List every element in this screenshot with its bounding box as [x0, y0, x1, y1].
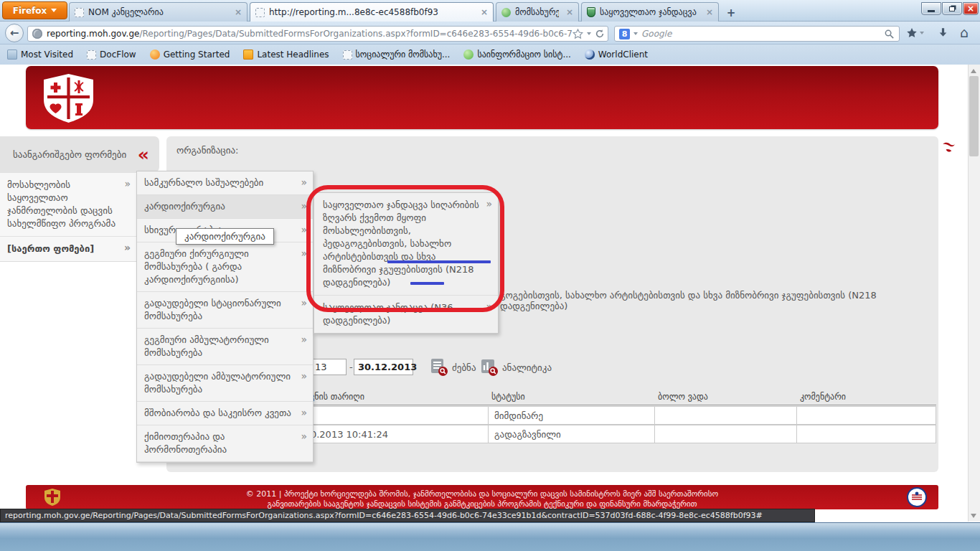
analytics-button-label[interactable]: ანალიტიკა	[502, 362, 552, 373]
bookmark-label: საინფორმაციო სისტ...	[477, 50, 570, 60]
tab-services[interactable]: მომსახურება ×	[496, 2, 579, 22]
tab-title: მომსახურება	[515, 7, 559, 17]
home-button[interactable]: ⌂	[960, 24, 969, 40]
scroll-up-icon[interactable]	[971, 69, 976, 73]
chevron-down-icon	[920, 32, 924, 34]
site-identity-globe-icon[interactable]	[32, 29, 42, 39]
bookmarks-menu-button[interactable]	[906, 27, 924, 39]
date-from-input[interactable]: 13	[311, 359, 347, 375]
window-minimize-button[interactable]	[921, 2, 941, 15]
tab-close-icon[interactable]: ×	[481, 7, 488, 17]
bookmark-most-visited[interactable]: Most Visited	[7, 50, 73, 60]
scroll-down-icon[interactable]	[971, 514, 976, 518]
tab-nom[interactable]: NOM კანცელარია ×	[69, 2, 248, 22]
bookmark-docflow[interactable]: DocFlow	[87, 50, 136, 60]
cell-deadline	[655, 425, 797, 443]
sidebar-item-common-forms[interactable]: [საერთო ფომები]	[0, 236, 136, 261]
cell-status: მიმდინარე	[489, 407, 655, 424]
menu-item-planned-surgery[interactable]: გეგმიური ქირურგიული მომსახურება ( გარდა …	[137, 242, 313, 292]
urlbar-dropdown-icon[interactable]	[587, 32, 591, 35]
address-bar[interactable]: reporting.moh.gov.ge /Reporting/Pages/Da…	[27, 26, 608, 42]
bookmark-info-system[interactable]: საინფორმაციო სისტ...	[463, 50, 570, 60]
menu-item-cardiosurgery[interactable]: კარდიოქირურგია	[137, 195, 313, 219]
sidebar-menu: მოსახლეობის საყოველთაო ჯანმრთელობის დაცვ…	[0, 172, 136, 262]
google-engine-icon[interactable]: 8	[619, 29, 630, 39]
close-icon: ×	[967, 4, 974, 14]
window-restore-button[interactable]	[942, 2, 962, 15]
engine-dropdown-icon[interactable]	[633, 32, 638, 35]
menu-item-medicines[interactable]: სამკურნალო საშუალებები	[137, 171, 313, 195]
tab-healthcare[interactable]: საყოველთაო ჯანდაცვა | საქართვე... ×	[581, 2, 719, 22]
scrollbar-thumb[interactable]	[969, 76, 979, 156]
sidebar-item-program[interactable]: მოსახლეობის საყოველთაო ჯანმრთელობის დაცვ…	[0, 172, 136, 236]
bookmark-label: Most Visited	[21, 50, 73, 60]
bookmark-getting-started[interactable]: Getting Started	[150, 50, 230, 60]
analytics-chart-icon[interactable]	[479, 357, 499, 377]
services-flyout-menu: სამკურნალო საშუალებები კარდიოქირურგია სხ…	[136, 171, 314, 463]
window-close-button[interactable]: ×	[963, 2, 979, 15]
back-button[interactable]: ←	[5, 24, 24, 42]
bookmark-label: სოციალური მომსახუ...	[356, 50, 451, 60]
menu-item-chemotherapy[interactable]: ქიმიოთერაპია და ჰორმონოთერაპია	[137, 425, 313, 462]
menu-item-childbirth[interactable]: მშობიარობა და საკეისრო კვეთა	[137, 402, 313, 425]
url-path: /Reporting/Pages/Data/SubmittedFormsForO…	[139, 29, 573, 39]
minimize-icon	[928, 10, 935, 12]
search-doc-icon[interactable]	[429, 357, 448, 377]
bookmark-star-icon[interactable]	[573, 29, 583, 39]
download-arrow-icon	[937, 27, 949, 39]
menu-item-emergency-inpatient[interactable]: გადაუდებელი სტაციონარული მომსახურება	[137, 292, 313, 329]
firefox-icon	[150, 50, 160, 60]
firefox-menu-label: Firefox	[13, 6, 47, 16]
cell-comment	[797, 425, 936, 443]
search-button-label[interactable]: ძებნა	[452, 362, 476, 373]
shield-favicon-icon	[587, 7, 595, 17]
bookmark-latest-headlines[interactable]: Latest Headlines	[243, 50, 329, 60]
tab-close-icon[interactable]: ×	[235, 7, 242, 17]
bookmark-worldclient[interactable]: WorldClient	[585, 50, 648, 60]
tab-title: http://reporting.m...8e8c-ec4588fb0f93	[269, 7, 473, 17]
restore-icon	[949, 6, 955, 11]
chevron-down-icon	[51, 9, 57, 12]
blue-underline-annotation	[387, 260, 491, 263]
default-page-icon	[255, 8, 265, 17]
new-tab-button[interactable]: +	[722, 5, 740, 20]
tab-close-icon[interactable]: ×	[566, 7, 573, 17]
cell-date: 15.10.2013 10:41:24	[284, 425, 489, 443]
search-icon[interactable]	[884, 29, 895, 39]
home-icon: ⌂	[960, 24, 969, 40]
date-to-input[interactable]: 30.12.2013	[354, 359, 413, 375]
screen: { "browser": { "menu_button": "Firefox",…	[0, 0, 980, 551]
url-host: reporting.moh.gov.ge	[47, 29, 139, 39]
downloads-button[interactable]	[937, 27, 949, 39]
bookmark-label: DocFlow	[100, 50, 136, 60]
moh-logo-shield-icon	[42, 73, 95, 123]
tab-title: NOM კანცელარია	[88, 7, 227, 17]
back-icon: ←	[10, 27, 19, 39]
cell-status: გადაგზავნილი	[489, 425, 655, 443]
green-site-icon	[463, 50, 473, 60]
search-placeholder: Google	[641, 29, 880, 39]
collapse-header-icon[interactable]: «	[936, 174, 958, 186]
selected-form-title-text: გოგებისთვის, სახალხო არტისტებისთვის და ს…	[500, 290, 930, 311]
hover-tooltip: კარდიოქირურგია	[176, 228, 274, 245]
collapse-sidebar-icon[interactable]	[138, 144, 159, 165]
blue-underline-annotation	[410, 282, 444, 285]
tab-close-icon[interactable]: ×	[706, 7, 713, 17]
status-bar-url: reporting.moh.gov.ge/Reporting/Pages/Dat…	[0, 509, 815, 522]
site-favicon-icon	[501, 8, 511, 17]
date-separator: -	[349, 362, 353, 372]
sidebar-header: საანგარიშგებო ფორმები	[0, 136, 159, 172]
table-header-status: სტატუსი	[491, 392, 525, 402]
menu-item-planned-outpatient[interactable]: გეგმიური ამბულატორიული მომსახურება	[137, 329, 313, 365]
windows-taskbar	[0, 522, 980, 551]
bookmark-social-service[interactable]: სოციალური მომსახუ...	[343, 50, 451, 60]
reload-icon[interactable]	[595, 29, 605, 39]
firefox-menu-button[interactable]: Firefox	[2, 1, 67, 19]
tab-reporting[interactable]: http://reporting.m...8e8c-ec4588fb0f93 ×	[250, 2, 494, 22]
rss-icon	[243, 50, 253, 60]
menu-item-emergency-outpatient[interactable]: გადაუდებელი ამბულატორიული მომსახურება	[137, 365, 313, 402]
organization-label: ორგანიზაცია:	[176, 145, 239, 156]
language-globe-icon[interactable]	[940, 137, 958, 156]
bookmark-label: Latest Headlines	[257, 50, 329, 60]
search-bar[interactable]: 8 Google	[614, 26, 900, 42]
